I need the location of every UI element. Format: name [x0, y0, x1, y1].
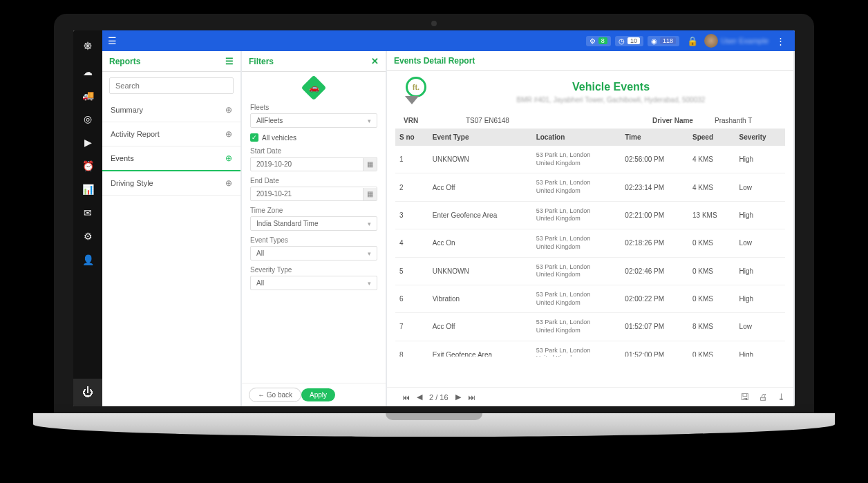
col-speed: Speed — [688, 129, 735, 146]
report-item-label: Driving Style — [111, 179, 225, 187]
app-logo-icon: ⎈ — [84, 37, 92, 53]
report-subtitle: BMR #401, Jayabheri Tower, Gachibowli, H… — [442, 96, 780, 104]
report-item[interactable]: Activity Report⊕ — [102, 122, 240, 146]
timezone-select[interactable]: India Standard Time ▾ — [250, 216, 377, 231]
avatar[interactable] — [704, 34, 718, 48]
pager-page: 2 / 16 — [429, 393, 449, 401]
apply-button[interactable]: Apply — [301, 388, 335, 401]
checkbox-icon: ✓ — [250, 133, 258, 142]
fleets-label: Fleets — [250, 104, 377, 111]
events-table: S no Event Type Location Time Speed Seve… — [395, 129, 785, 357]
sidebar-mail[interactable]: ✉ — [73, 201, 102, 225]
report-item-label: Activity Report — [111, 130, 225, 138]
table-row: 1UNKNOWN53 Park Ln, LondonUnited Kingdom… — [395, 146, 785, 173]
sidebar-settings[interactable]: ⚙ — [73, 225, 102, 248]
end-date-input[interactable]: 2019-10-21 ▦ — [250, 187, 377, 201]
table-row: 8Exit Geofence Area53 Park Ln, LondonUni… — [395, 341, 785, 357]
table-row: 3Enter Geofence Area53 Park Ln, LondonUn… — [395, 201, 785, 229]
vrn-label: VRN — [404, 117, 466, 124]
event-types-value: All — [256, 249, 368, 257]
save-icon[interactable]: 🖫 — [740, 392, 749, 402]
sidebar-reports[interactable]: 📊 — [73, 178, 102, 201]
table-row: 5UNKNOWN53 Park Ln, LondonUnited Kingdom… — [395, 257, 785, 285]
col-sno: S no — [395, 129, 428, 146]
fleets-select[interactable]: AllFleets ▾ — [250, 113, 377, 128]
col-location: Location — [532, 129, 621, 146]
calendar-icon[interactable]: ▦ — [363, 188, 377, 200]
end-date-value: 2019-10-21 — [256, 190, 360, 198]
collapse-icon[interactable]: ☰ — [225, 56, 234, 66]
badge-running[interactable]: ⚙ 8 — [586, 36, 611, 46]
filters-panel: Filters ✕ 🚗 Fleets AllFleets ▾ — [242, 51, 386, 406]
report-item[interactable]: Driving Style⊕ — [102, 171, 240, 196]
vrn-value: TS07 EN6148 — [466, 117, 652, 124]
reports-title: Reports — [109, 57, 140, 66]
timezone-value: India Standard Time — [256, 220, 368, 227]
filters-title: Filters — [249, 57, 274, 66]
report-logo-icon: ft. — [401, 77, 431, 107]
all-vehicles-label: All vehicles — [262, 134, 296, 142]
badge-total[interactable]: ◉ 118 — [648, 36, 679, 46]
report-title: Vehicle Events — [442, 81, 780, 93]
sidebar-play[interactable]: ▶ — [73, 131, 102, 154]
reports-panel: Reports ☰ Summary⊕Activity Report⊕Events… — [102, 51, 240, 406]
more-icon[interactable]: ⋮ — [771, 32, 789, 50]
sidebar-dashboard[interactable]: ☁ — [73, 60, 102, 84]
vehicle-icon: 🚗 — [301, 75, 327, 101]
all-vehicles-checkbox[interactable]: ✓ All vehicles — [250, 133, 377, 142]
col-severity: Severity — [735, 129, 785, 146]
gear-icon: ⚙ — [589, 37, 596, 45]
sidebar-alerts[interactable]: ⏰ — [73, 154, 102, 178]
pager-last-icon[interactable]: ⏭ — [468, 393, 475, 401]
detail-title: Events Detail Report — [394, 56, 475, 66]
search-input[interactable] — [109, 77, 234, 94]
col-event-type: Event Type — [428, 129, 532, 146]
badge-idle[interactable]: ◷ 10 — [615, 36, 643, 46]
clock-icon: ◷ — [619, 37, 625, 45]
chevron-down-icon: ▾ — [368, 220, 371, 227]
search-wrap — [109, 77, 234, 94]
severity-select[interactable]: All ▾ — [250, 276, 377, 290]
event-types-label: Event Types — [250, 236, 377, 244]
detail-panel: Events Detail Report ft. Vehicle Events — [387, 51, 793, 406]
chevron-down-icon: ▾ — [368, 280, 371, 287]
report-item[interactable]: Summary⊕ — [102, 98, 240, 122]
chevron-down-icon: ▾ — [368, 117, 371, 124]
table-row: 7Acc Off53 Park Ln, LondonUnited Kingdom… — [395, 313, 785, 341]
badge-count: 118 — [660, 37, 676, 44]
sidebar-power-button[interactable]: ⏻ — [73, 379, 102, 406]
chevron-right-icon: ⊕ — [225, 105, 232, 115]
col-time: Time — [621, 129, 688, 146]
start-date-value: 2019-10-20 — [256, 160, 360, 168]
pager: ⏮ ◀ 2 / 16 ▶ ⏭ — [402, 392, 475, 401]
username-label: User Example — [721, 37, 768, 45]
sidebar-fleet[interactable]: 🚚 — [73, 84, 102, 107]
report-item[interactable]: Events⊕ — [102, 146, 240, 171]
chevron-right-icon: ⊕ — [225, 153, 232, 163]
driver-label: Driver Name — [652, 117, 715, 124]
fleets-value: AllFleets — [256, 117, 368, 124]
go-back-button[interactable]: ← Go back — [249, 388, 301, 402]
pager-first-icon[interactable]: ⏮ — [402, 393, 410, 401]
download-icon[interactable]: ⤓ — [777, 392, 785, 402]
pager-prev-icon[interactable]: ◀ — [417, 392, 422, 401]
severity-label: Severity Type — [250, 266, 377, 274]
pager-next-icon[interactable]: ▶ — [455, 392, 461, 401]
table-row: 6Vibration53 Park Ln, LondonUnited Kingd… — [395, 285, 785, 312]
badge-count: 10 — [628, 37, 640, 44]
calendar-icon[interactable]: ▦ — [363, 158, 377, 171]
event-types-select[interactable]: All ▾ — [250, 246, 377, 261]
report-item-label: Summary — [111, 106, 225, 114]
close-icon[interactable]: ✕ — [371, 56, 379, 66]
print-icon[interactable]: 🖨 — [759, 392, 768, 402]
lock-icon[interactable]: 🔒 — [683, 32, 701, 50]
badge-count: 8 — [598, 37, 607, 44]
sidebar-target[interactable]: ◎ — [73, 107, 102, 131]
chevron-right-icon: ⊕ — [225, 129, 232, 139]
start-date-label: Start Date — [250, 147, 377, 155]
chevron-down-icon: ▾ — [368, 250, 371, 257]
menu-toggle-icon[interactable]: ☰ — [108, 35, 117, 46]
timezone-label: Time Zone — [250, 207, 377, 214]
start-date-input[interactable]: 2019-10-20 ▦ — [250, 157, 377, 171]
sidebar-user[interactable]: 👤 — [73, 248, 102, 272]
